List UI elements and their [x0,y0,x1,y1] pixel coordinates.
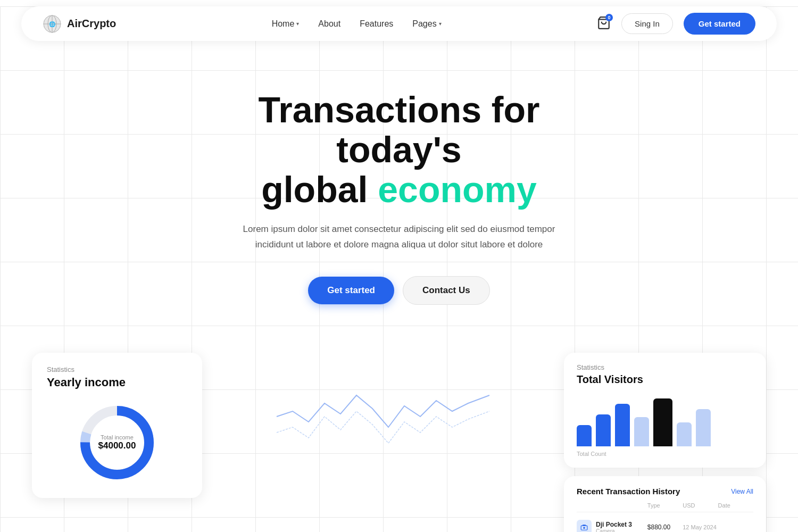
hero-section: Transactions for today's global economy … [0,47,798,337]
nav-pages[interactable]: Pages ▾ [412,19,441,29]
bar-6 [677,422,692,446]
view-all-link[interactable]: View All [731,488,753,495]
hero-buttons: Get started Contact Us [11,276,787,305]
signin-button[interactable]: Sing In [621,13,673,34]
transaction-card: Recent Transaction History View All Type… [564,476,766,532]
bar-1 [577,425,592,446]
hero-contact-button[interactable]: Contact Us [403,276,490,305]
line-chart-area [202,353,564,459]
svg-text:🌐: 🌐 [49,21,56,28]
transaction-row: Dji Pocket 3 Camera $880.00 12 May 2024 [577,517,753,532]
visitors-title: Total Visitors [577,373,753,386]
transaction-avatar-1 [577,520,592,532]
hero-get-started-button[interactable]: Get started [308,277,394,304]
cart-badge: 0 [605,14,613,21]
transaction-item-sub-1: Camera [596,528,632,532]
nav-actions: 0 Sing In Get started [597,13,755,35]
line-chart-svg [213,363,553,459]
nav-about[interactable]: About [318,19,340,29]
bar-5 [653,398,672,446]
cart-button[interactable]: 0 [597,16,611,32]
nav-links: Home ▾ About Features Pages ▾ [272,19,442,29]
chevron-down-icon-pages: ▾ [439,21,442,27]
hero-subtitle: Lorem ipsum dolor sit amet consectetur a… [234,222,564,253]
logo[interactable]: 🌐 AirCrypto [43,14,116,34]
donut-chart-wrapper: Total income $4000.00 [47,400,187,485]
bar-4 [634,417,649,446]
right-column: Statistics Total Visitors Total Count [564,353,766,532]
bar-chart [577,393,753,446]
hero-title: Transactions for today's global economy [213,90,585,209]
transaction-item-name-1: Dji Pocket 3 [596,521,632,528]
transaction-columns: Type USD Date [577,502,753,512]
chevron-down-icon: ▾ [296,21,299,27]
transaction-title: Recent Transaction History [577,487,680,496]
bar-3 [615,404,630,446]
bar-7 [696,409,711,446]
stats-title: Yearly income [47,376,187,389]
transaction-header: Recent Transaction History View All [577,487,753,496]
brand-name: AirCrypto [67,18,116,30]
donut-center: Total income $4000.00 [98,434,136,451]
visitors-label: Statistics [577,363,753,371]
bottom-section: Statistics Yearly income Total income $4… [0,353,798,532]
stats-label: Statistics [47,365,187,373]
svg-point-11 [583,527,585,529]
get-started-nav-button[interactable]: Get started [684,13,755,35]
globe-icon: 🌐 [43,14,62,34]
camera-icon [580,523,588,531]
stats-income-card: Statistics Yearly income Total income $4… [32,353,202,498]
transaction-amount-1: $880.00 [647,523,683,531]
visitors-card: Statistics Total Visitors Total Count [564,353,766,468]
nav-features[interactable]: Features [360,19,393,29]
navbar: 🌐 AirCrypto Home ▾ About Features Pages … [21,6,777,41]
transaction-date-1: 12 May 2024 [683,524,718,530]
bar-2 [596,414,611,446]
total-count-label: Total Count [577,451,753,457]
nav-home[interactable]: Home ▾ [272,19,300,29]
donut-chart: Total income $4000.00 [74,400,160,485]
